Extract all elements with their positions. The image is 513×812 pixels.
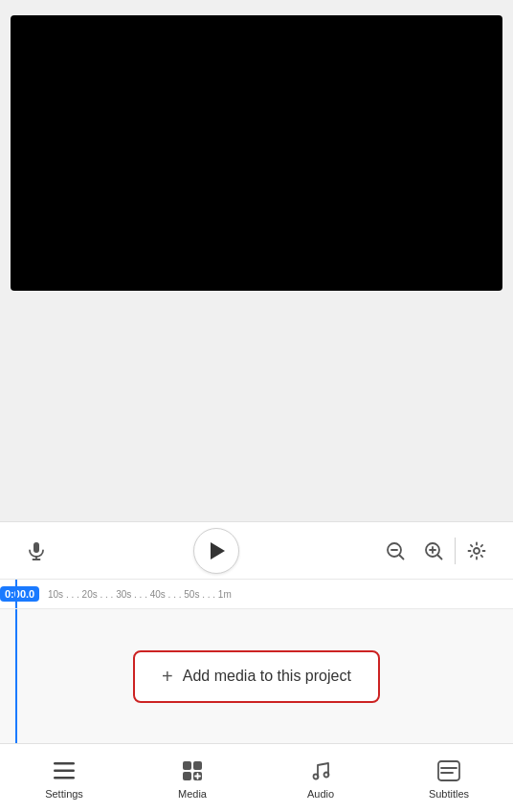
current-time-badge: 0:00.0 xyxy=(0,586,39,602)
svg-rect-15 xyxy=(193,761,202,770)
svg-rect-0 xyxy=(33,542,39,553)
settings-button[interactable] xyxy=(459,534,494,568)
gear-icon xyxy=(466,540,487,561)
zoom-out-button[interactable] xyxy=(378,534,413,568)
mic-icon xyxy=(26,540,47,561)
timeline-ruler: 0:00.0 10s . . . 20s . . . 30s . . . 40s… xyxy=(0,579,513,609)
zoom-in-icon xyxy=(423,540,444,561)
add-media-label: Add media to this project xyxy=(183,668,351,685)
svg-rect-22 xyxy=(438,761,459,780)
timeline-section: 0:00.0 10s . . . 20s . . . 30s . . . 40s… xyxy=(0,579,513,743)
nav-item-subtitles[interactable]: Subtitles xyxy=(385,757,513,800)
timeline-ticks: 10s . . . 20s . . . 30s . . . 40s . . . … xyxy=(48,580,513,608)
playhead-ruler xyxy=(15,580,17,608)
nav-audio-label: Audio xyxy=(307,788,334,800)
subtitles-icon xyxy=(435,757,462,784)
nav-item-audio[interactable]: Audio xyxy=(256,757,385,800)
nav-item-settings[interactable]: Settings xyxy=(0,757,128,800)
nav-media-label: Media xyxy=(178,788,207,800)
video-preview-container xyxy=(0,0,513,291)
add-media-container: + Add media to this project xyxy=(0,609,513,743)
svg-rect-12 xyxy=(54,769,75,772)
video-preview xyxy=(11,15,502,291)
svg-rect-11 xyxy=(54,762,75,765)
svg-rect-14 xyxy=(183,761,191,770)
transport-bar xyxy=(0,521,513,579)
plus-icon: + xyxy=(162,666,173,688)
nav-subtitles-label: Subtitles xyxy=(429,788,469,800)
add-media-button[interactable]: + Add media to this project xyxy=(133,650,380,703)
svg-point-20 xyxy=(314,774,319,779)
timeline-track-area: + Add media to this project xyxy=(0,609,513,743)
svg-rect-13 xyxy=(54,777,75,779)
svg-line-9 xyxy=(438,555,442,559)
play-button[interactable] xyxy=(193,528,239,574)
microphone-button[interactable] xyxy=(19,534,54,568)
svg-line-5 xyxy=(400,555,404,559)
nav-item-media[interactable]: Media xyxy=(128,757,256,800)
spacer xyxy=(0,291,513,521)
bottom-nav: Settings Media Audio xyxy=(0,743,513,812)
svg-point-21 xyxy=(324,772,329,777)
audio-icon xyxy=(307,757,334,784)
media-icon xyxy=(179,757,206,784)
svg-point-10 xyxy=(474,548,480,554)
zoom-in-button[interactable] xyxy=(416,534,451,568)
svg-rect-16 xyxy=(183,772,191,780)
hamburger-icon xyxy=(51,757,78,784)
timeline-tick-labels: 10s . . . 20s . . . 30s . . . 40s . . . … xyxy=(48,589,232,600)
play-icon xyxy=(211,542,225,560)
zoom-controls xyxy=(378,534,494,568)
zoom-out-icon xyxy=(385,540,406,561)
divider xyxy=(455,538,456,564)
playhead-line xyxy=(15,609,17,743)
nav-settings-label: Settings xyxy=(45,788,83,800)
